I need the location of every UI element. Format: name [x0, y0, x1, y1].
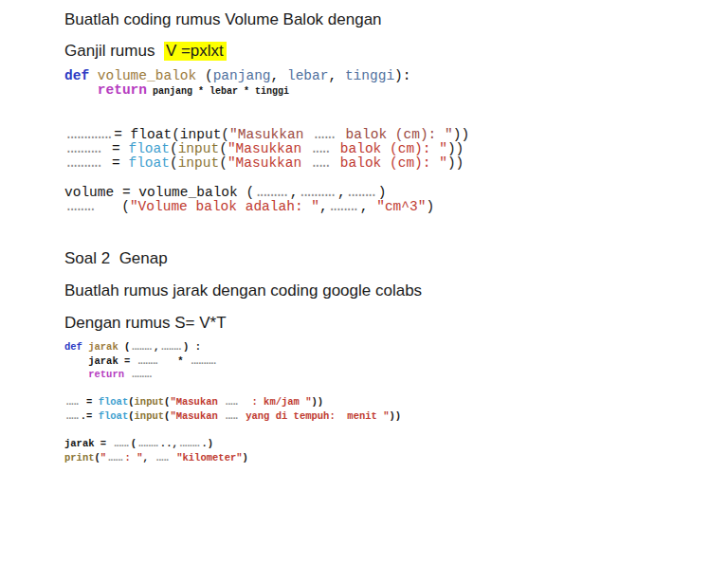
blank-dots: .......... — [64, 155, 99, 171]
code-token-p: ) — [378, 185, 387, 200]
blank-dots: ........ — [130, 341, 150, 353]
code-line: ........ ("Volume balok adalah: ",......… — [64, 200, 728, 214]
code-line: def jarak (........,........) : — [64, 340, 728, 354]
code-token-p: ( — [97, 199, 130, 214]
code-token-p: )) — [447, 141, 464, 156]
title-line-2-prefix: Ganjil rumus — [64, 42, 164, 60]
code-token-p: jarak = — [64, 438, 112, 449]
code-token-pa: panjang — [213, 68, 271, 83]
code-line — [64, 99, 728, 113]
blank-dots: .......... — [299, 185, 333, 200]
code-token-p: )) — [389, 410, 401, 422]
code-line: jarak = ........ * .......... — [64, 354, 728, 369]
blank-dots: ..... — [310, 141, 327, 156]
code-token-p: = — [81, 396, 99, 408]
code-line: ......= float(input("Masukan ..... yang … — [64, 409, 728, 424]
code-token-bi: float — [128, 155, 170, 171]
blank-dots: ........ — [130, 369, 150, 380]
code-token-p: volume = volume_balok ( — [64, 185, 254, 200]
blank-dots: ..... — [224, 396, 236, 408]
code-token-bi: float — [99, 410, 129, 422]
code-token-s: "cm^3" — [376, 199, 426, 214]
code-token-fn: volume_balok — [98, 68, 196, 83]
code-token-sd: "Masukkan — [229, 127, 312, 142]
code-token-fi: input — [178, 155, 220, 171]
code-token-p: = — [103, 155, 128, 171]
code-token-p: , — [360, 199, 376, 214]
code-token-pa: tinggi — [345, 68, 394, 83]
code-token-p: = — [103, 141, 128, 156]
code-token-s: "kilometer" — [176, 452, 242, 463]
code-token-p: ) — [243, 452, 248, 463]
code-line: .......... = float(input("Masukkan .....… — [64, 156, 728, 171]
code-token-fi: input — [135, 410, 165, 422]
code-token-s: "Volume balok adalah: " — [130, 199, 319, 214]
code-line: return panjang * lebar * tinggi — [64, 83, 728, 99]
code-token-p: , — [337, 185, 346, 200]
code-token-p: )) — [453, 127, 469, 142]
blank-dots: ........ — [178, 438, 198, 449]
code-token-s: yang di tempuh: menit " — [240, 410, 390, 422]
code-token-fi: input — [135, 396, 165, 408]
code-line — [64, 382, 728, 396]
blank-dots: ......... — [254, 185, 285, 200]
code-token-p: , — [271, 68, 287, 83]
soal2-heading: Soal 2 Genap — [64, 248, 728, 269]
code-token-p: ( — [170, 141, 178, 156]
blank-dots: ........ — [328, 199, 355, 214]
code-token-s: : " — [125, 452, 143, 463]
blank-dots: ............. — [64, 127, 109, 142]
code-token-fi: input — [178, 141, 220, 156]
code-token-p — [64, 82, 98, 98]
code-token-p: , — [319, 199, 328, 214]
code-token-p: , — [142, 452, 155, 463]
code-token-p: )) — [447, 155, 464, 171]
code-token-s: balok (cm): " — [332, 155, 447, 171]
code-token-bi: float — [99, 396, 129, 408]
code-line — [64, 114, 728, 128]
document-page: Buatlah coding rumus Volume Balok dengan… — [0, 0, 728, 464]
code-token-s: balok (cm): " — [332, 141, 447, 156]
code-token-pa: lebar — [287, 68, 329, 83]
code-token-p: .., — [160, 438, 178, 449]
blank-dots: ..... — [310, 155, 327, 171]
code-token-p: )) — [312, 396, 324, 408]
code-token-p: .) — [201, 438, 213, 449]
blank-dots: .......... — [64, 141, 99, 156]
blank-dots: ........ — [159, 341, 179, 353]
code-token-p: ( — [219, 155, 228, 171]
code-token-s: "Masukan — [170, 410, 224, 422]
blank-dots: ........ — [136, 355, 156, 367]
code-token-p: ( — [118, 341, 131, 353]
code-token-rt: return — [88, 369, 124, 380]
code-token-p: ) — [426, 199, 434, 214]
code-token-p: , — [328, 68, 344, 83]
code-line: .......... = float(input("Masukkan .....… — [64, 142, 728, 156]
blank-dots: ..... — [64, 396, 77, 408]
code-token-k: def — [64, 341, 82, 353]
blank-dots: ...... — [112, 438, 127, 449]
code-line: ..... = float(input("Masukan ..... : km/… — [64, 395, 728, 409]
code-token-p: * — [159, 355, 190, 367]
title-line-2: Ganjil rumus V =pxlxt — [64, 41, 728, 62]
code-block-volume-balok: def volume_balok (panjang, lebar, tinggi… — [64, 69, 728, 214]
blank-dots: ..... — [64, 410, 77, 422]
code-token-sd: balok (cm): " — [337, 127, 453, 142]
blank-dots: .......... — [190, 355, 214, 367]
blank-dots: ...... — [106, 452, 121, 463]
code-line: def volume_balok (panjang, lebar, tinggi… — [64, 69, 728, 83]
soal2-line-3: Dengan rumus S= V*T — [64, 313, 728, 334]
code-token-p — [89, 68, 98, 83]
soal2-line-2: Buatlah rumus jarak dengan coding google… — [64, 281, 728, 301]
code-token-s: : km/jam " — [240, 396, 312, 408]
blank-dots: ..... — [155, 452, 167, 463]
code-token-p — [64, 369, 88, 380]
code-token-s: "Masukkan — [228, 141, 310, 156]
code-token-p: ) : — [183, 341, 201, 353]
code-token-k: def — [64, 68, 89, 83]
code-token-p: jarak = — [64, 355, 136, 367]
code-token-bi: float — [128, 141, 170, 156]
code-token-p: ): — [394, 68, 410, 83]
code-line: jarak = ......(..........,.........) — [64, 437, 728, 451]
code-token-s: "Masukan — [170, 396, 224, 408]
